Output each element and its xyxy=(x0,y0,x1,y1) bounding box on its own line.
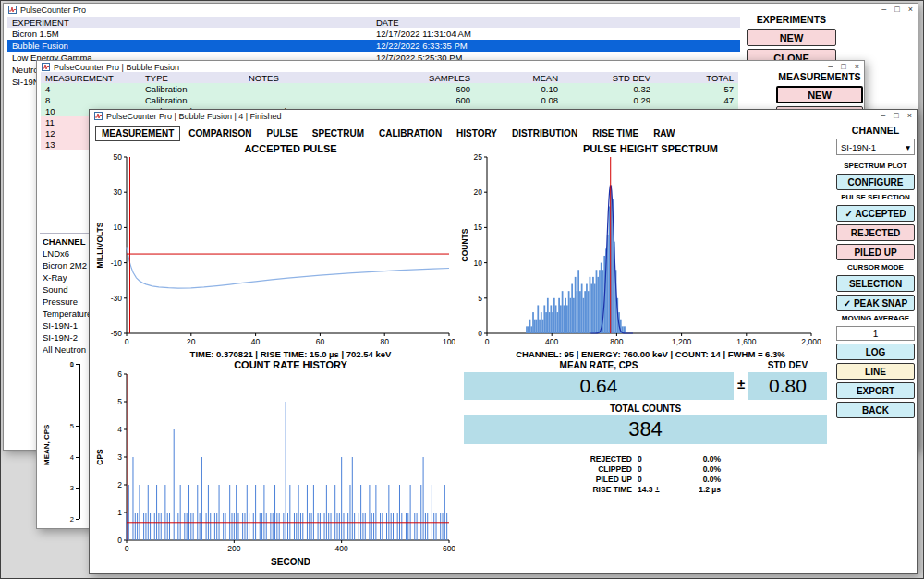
new-measurement-button[interactable]: NEW xyxy=(776,86,863,103)
peak-snap-toggle-button[interactable]: ✓ PEAK SNAP xyxy=(836,295,915,311)
mean-rate-value: 0.64 xyxy=(464,372,734,400)
svg-text:-30: -30 xyxy=(111,294,123,303)
svg-text:15: 15 xyxy=(474,223,483,232)
detail-titlebar[interactable]: PulseCounter Pro | Bubble Fusion | 4 | F… xyxy=(90,110,917,122)
svg-text:6: 6 xyxy=(117,370,122,379)
svg-text:800: 800 xyxy=(610,337,623,346)
svg-text:25: 25 xyxy=(474,154,483,162)
column-header-type[interactable]: TYPE xyxy=(140,73,244,83)
experiment-name: Bubble Fusion xyxy=(7,41,371,51)
stat-label: CLIPPED xyxy=(556,464,638,474)
column-header-measurement[interactable]: MEASUREMENT xyxy=(41,73,140,83)
svg-text:400: 400 xyxy=(335,544,348,553)
measurement-samples: 600 xyxy=(392,84,475,94)
detail-tabbar: MEASUREMENT COMPARISON PULSE SPECTRUM CA… xyxy=(95,125,681,142)
tab-history[interactable]: HISTORY xyxy=(450,126,504,141)
tab-pulse[interactable]: PULSE xyxy=(261,126,304,141)
accepted-pulse-plot[interactable]: 503010-10-30-50020406080100MILLIVOLTS xyxy=(94,154,455,349)
rejected-toggle-button[interactable]: REJECTED xyxy=(836,224,915,241)
spectrum-plot-section-label: SPECTRUM PLOT xyxy=(836,162,915,171)
measurement-total: 57 xyxy=(655,84,738,94)
mean-cps-axis-label: MEAN, CPS xyxy=(43,371,51,519)
column-header-stddev[interactable]: STD DEV xyxy=(563,73,655,83)
column-header-samples[interactable]: SAMPLES xyxy=(392,73,475,83)
window-controls: – □ × xyxy=(881,110,912,122)
column-header-total[interactable]: TOTAL xyxy=(655,73,738,83)
axis-tick: 5 xyxy=(52,422,79,429)
selection-mode-button[interactable]: SELECTION xyxy=(836,275,915,292)
tab-rise-time[interactable]: RISE TIME xyxy=(586,126,645,141)
svg-text:20: 20 xyxy=(187,337,196,346)
svg-text:200: 200 xyxy=(227,544,240,553)
piled-up-toggle-button[interactable]: PILED UP xyxy=(836,244,915,260)
accepted-toggle-button[interactable]: ✓ ACCEPTED xyxy=(836,205,915,222)
tab-distribution[interactable]: DISTRIBUTION xyxy=(505,126,584,141)
back-button[interactable]: BACK xyxy=(836,402,915,418)
total-counts-value: 384 xyxy=(464,415,827,444)
window-title: PulseCounter Pro | Bubble Fusion | 4 | F… xyxy=(106,112,282,121)
table-row[interactable]: 4 Calibration 600 0.10 0.32 57 xyxy=(41,83,738,94)
close-icon[interactable]: × xyxy=(907,110,912,122)
column-header-mean[interactable]: MEAN xyxy=(475,73,563,83)
stat-row: PILED UP 0 0.0% xyxy=(556,474,723,484)
moving-average-input[interactable] xyxy=(836,326,915,341)
column-header-date[interactable]: DATE xyxy=(371,18,740,28)
svg-text:-50: -50 xyxy=(111,329,123,338)
table-row[interactable]: 8 Calibration 600 0.08 0.29 47 xyxy=(41,94,738,105)
maximize-icon[interactable]: □ xyxy=(894,4,899,16)
detail-sidebar: CHANNEL SI-19N-1 ▾ SPECTRUM PLOT CONFIGU… xyxy=(836,125,915,418)
minimize-icon[interactable]: – xyxy=(881,110,885,122)
svg-text:2,000: 2,000 xyxy=(801,337,821,346)
chevron-down-icon: ▾ xyxy=(906,142,910,152)
measurements-table-header: MEASUREMENT TYPE NOTES SAMPLES MEAN STD … xyxy=(41,72,738,83)
svg-text:-10: -10 xyxy=(111,259,123,268)
measurement-mean: 0.08 xyxy=(475,95,563,105)
moving-average-section-label: MOVING AVERAGE xyxy=(836,314,915,323)
accepted-pulse-caption: TIME: 0.370821 | RISE TIME: 15.0 µs | 70… xyxy=(127,349,455,359)
channel-label: CHANNEL xyxy=(836,125,915,137)
tab-raw[interactable]: RAW xyxy=(647,126,681,141)
app-icon xyxy=(42,63,50,71)
count-rate-title: COUNT RATE HISTORY xyxy=(127,359,455,370)
svg-text:600: 600 xyxy=(443,544,455,553)
table-row-selected[interactable]: Bubble Fusion 12/22/2022 6:33:35 PM xyxy=(7,40,740,52)
svg-text:1: 1 xyxy=(117,508,122,517)
stat-percent: 0.0% xyxy=(669,475,721,484)
axis-tick: 4 xyxy=(52,453,79,461)
channel-select[interactable]: SI-19N-1 ▾ xyxy=(836,139,915,155)
svg-text:20: 20 xyxy=(474,187,483,197)
spectrum-caption: CHANNEL: 95 | ENERGY: 760.00 keV | COUNT… xyxy=(489,349,812,359)
column-header-notes[interactable]: NOTES xyxy=(244,73,392,83)
stddev-label: STD DEV xyxy=(748,360,827,370)
tab-measurement[interactable]: MEASUREMENT xyxy=(95,126,180,141)
column-header-experiment[interactable]: EXPERIMENT xyxy=(7,18,371,28)
window-title: PulseCounter Pro | Bubble Fusion xyxy=(54,63,179,72)
configure-button[interactable]: CONFIGURE xyxy=(836,174,915,190)
tab-calibration[interactable]: CALIBRATION xyxy=(372,126,448,141)
export-button[interactable]: EXPORT xyxy=(836,382,915,399)
svg-text:50: 50 xyxy=(114,154,123,162)
svg-text:100: 100 xyxy=(443,337,455,346)
spectrum-plot[interactable]: 051015202504008001,2001,6002,000COUNTS xyxy=(459,154,822,349)
new-experiment-button[interactable]: NEW xyxy=(747,29,836,46)
measurement-detail-window: PulseCounter Pro | Bubble Fusion | 4 | F… xyxy=(89,109,918,574)
count-rate-plot[interactable]: 01234560200400600CPS xyxy=(94,370,455,555)
stat-value: 0 xyxy=(638,475,669,484)
plus-minus-label: ± xyxy=(734,376,748,392)
line-style-button[interactable]: LINE xyxy=(836,363,915,380)
window-controls: – □ × xyxy=(881,4,913,16)
log-scale-button[interactable]: LOG xyxy=(836,344,915,360)
axis-tick: 0 xyxy=(52,360,79,368)
experiment-name: Bicron 1.5M xyxy=(7,29,371,39)
tab-spectrum[interactable]: SPECTRUM xyxy=(306,126,371,141)
table-row[interactable]: Bicron 1.5M 12/17/2022 11:31:04 AM xyxy=(7,28,740,40)
measurement-samples: 600 xyxy=(392,95,475,105)
close-icon[interactable]: × xyxy=(908,4,913,16)
maximize-icon[interactable]: □ xyxy=(894,110,898,122)
total-counts-label: TOTAL COUNTS xyxy=(464,404,827,414)
tab-comparison[interactable]: COMPARISON xyxy=(182,126,258,141)
svg-text:4: 4 xyxy=(117,425,122,434)
svg-text:30: 30 xyxy=(114,187,123,197)
minimize-icon[interactable]: – xyxy=(881,4,886,16)
stat-label: REJECTED xyxy=(556,454,638,464)
